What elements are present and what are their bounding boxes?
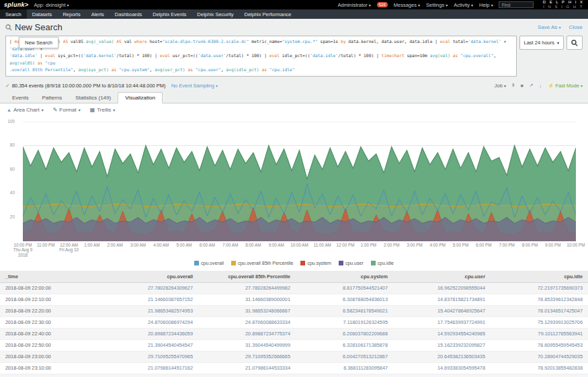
cell-value[interactable]: 21.83190971666858 (198, 374, 296, 377)
cell-value[interactable]: 79.10112765563941 (491, 328, 588, 339)
tab-events[interactable]: Events (5, 93, 35, 103)
export-icon[interactable]: ↓ (540, 83, 542, 88)
cell-value[interactable]: 24.87060088633334 (198, 317, 296, 328)
search-query-input[interactable]: | mstats avg(_value) AS val85 avg(_value… (5, 36, 517, 77)
close-button[interactable]: Close (569, 24, 583, 30)
cell-value[interactable]: 27.78028264309627 (101, 282, 198, 294)
nav-item-reports[interactable]: Reports (57, 9, 85, 19)
pause-icon[interactable]: Ⅱ (512, 83, 514, 88)
legend-item-cpu-overall[interactable]: cpu.overall (194, 261, 224, 265)
column-header-cpu-overall[interactable]: cpu.overall (101, 271, 198, 283)
column-header-cpu-idle[interactable]: cpu.idle (491, 271, 588, 283)
search-mode-selector[interactable]: ⚡ Fast Mode ▾ (548, 83, 583, 89)
tab-patterns[interactable]: Patterns (35, 93, 69, 103)
trellis-menu[interactable]: ▦ Trellis ▾ (90, 107, 116, 113)
column-header-cpu-overall-85th-percentile[interactable]: cpu.overall 85th Percentile (198, 271, 296, 283)
event-sampling-dropdown[interactable]: No Event Sampling ▾ (171, 83, 218, 89)
cell-time[interactable]: 2018-08-09 23:20:00 (0, 374, 101, 377)
cell-time[interactable]: 2018-08-09 22:50:00 (0, 339, 101, 351)
column-header-cpu-user[interactable]: cpu.user (393, 271, 491, 283)
topbar-menu-activity[interactable]: Activity ▾ (454, 2, 473, 8)
cell-value[interactable]: 20.645382136503435 (393, 351, 491, 362)
topbar-menu-settings[interactable]: Settings ▾ (426, 2, 448, 8)
cell-value[interactable]: 31.39044540499999 (198, 339, 296, 351)
cell-value[interactable]: 8.817750544521407 (296, 282, 393, 294)
cell-value[interactable]: 29.71095255470965 (101, 351, 198, 362)
legend-item-cpu-system[interactable]: cpu.system (300, 261, 331, 265)
cell-time[interactable]: 2018-08-09 22:40:00 (0, 328, 101, 339)
cell-value[interactable]: 6.577733984433094 (296, 374, 393, 377)
cell-value[interactable]: 20.89887234436059 (101, 328, 198, 339)
cell-value[interactable]: 15.254175104396989 (393, 374, 491, 377)
cell-value[interactable]: 78.92013855482838 (491, 362, 588, 374)
cell-value[interactable]: 7.118019126324595 (296, 317, 393, 328)
topbar-menu-administrator[interactable]: Administrator ▾ (337, 2, 370, 8)
cell-value[interactable]: 6.206037802209688 (296, 328, 393, 339)
cell-value[interactable]: 27.78028264499982 (198, 282, 296, 294)
stop-icon[interactable]: ■ (520, 83, 523, 88)
nav-item-search[interactable]: Search (0, 9, 27, 19)
nav-item-delphix-performance[interactable]: Delphix Performance (239, 9, 297, 19)
cell-value[interactable]: 6.368111283095847 (296, 362, 393, 374)
cell-value[interactable]: 21.07986144533334 (198, 362, 296, 374)
legend-item-cpu-idle[interactable]: cpu.idle (371, 261, 394, 265)
cell-value[interactable]: 14.592934554240985 (393, 328, 491, 339)
chart-type-picker[interactable]: ▲ Area Chart ▾ (7, 107, 44, 113)
cell-value[interactable]: 21.14660387657152 (101, 294, 198, 305)
cell-value[interactable]: 15.162339232095827 (393, 339, 491, 351)
cell-value[interactable]: 14.693383054595478 (393, 362, 491, 374)
cell-value[interactable]: 16.962522098555044 (393, 282, 491, 294)
cell-value[interactable]: 6.582346178549021 (296, 305, 393, 317)
save-as-button[interactable]: Save As ▾ (538, 24, 561, 30)
cell-time[interactable]: 2018-08-09 22:20:00 (0, 305, 101, 317)
cell-time[interactable]: 2018-08-09 23:00:00 (0, 351, 101, 362)
search-nav-dropdown-item[interactable]: New Search (19, 37, 58, 48)
nav-item-delphix-events[interactable]: Delphix Events (147, 9, 192, 19)
column-header-cpu-system[interactable]: cpu.system (296, 271, 393, 283)
cell-value[interactable]: 31.14660389000001 (198, 294, 296, 305)
cell-time[interactable]: 2018-08-09 22:00:00 (0, 282, 101, 294)
cell-value[interactable]: 6.308788054836013 (296, 294, 393, 305)
share-icon[interactable]: ↗ (530, 83, 534, 88)
cell-value[interactable]: 21.98653482574953 (101, 305, 198, 317)
cell-value[interactable]: 20.89887234775374 (198, 328, 296, 339)
cell-value[interactable]: 78.85339612342848 (491, 294, 588, 305)
cell-value[interactable]: 78.01346517425047 (491, 305, 588, 317)
format-menu[interactable]: ✎ Format ▾ (53, 107, 81, 113)
tab-statistics-149[interactable]: Statistics (149) (69, 93, 118, 103)
cell-value[interactable]: 24.87060086974294 (101, 317, 198, 328)
cell-value[interactable]: 78.60955459545453 (491, 339, 588, 351)
cell-value[interactable]: 14.837815821734891 (393, 294, 491, 305)
nav-item-datasets[interactable]: Datasets (27, 9, 58, 19)
cell-value[interactable]: 21.07986144517162 (101, 362, 198, 374)
job-menu[interactable]: Job ▾ (495, 83, 506, 89)
nav-item-dashboards[interactable]: Dashboards (110, 9, 147, 19)
cell-value[interactable]: 31.98653248066667 (198, 305, 296, 317)
legend-item-cpu-user[interactable]: cpu.user (339, 261, 364, 265)
cell-value[interactable]: 21.39044540454547 (101, 339, 198, 351)
app-menu[interactable]: App: dxinsight ▾ (34, 2, 69, 8)
area-chart[interactable] (23, 122, 576, 241)
cell-time[interactable]: 2018-08-09 23:10:00 (0, 362, 101, 374)
tab-visualization[interactable]: Visualization (118, 92, 163, 103)
cell-time[interactable]: 2018-08-09 22:10:00 (0, 294, 101, 305)
nav-item-delphix-security[interactable]: Delphix Security (192, 9, 239, 19)
search-button[interactable] (566, 36, 583, 50)
column-header-time[interactable]: _time (0, 271, 101, 283)
topbar-menu-messages[interactable]: Messages ▾ (394, 2, 420, 8)
cell-value[interactable]: 29.71095352666665 (198, 351, 296, 362)
cell-value[interactable]: 21.83190979692848 (101, 374, 198, 377)
cell-value[interactable]: 75.12939913025706 (491, 317, 588, 328)
cell-value[interactable]: 78.16809020307152 (491, 374, 588, 377)
splunk-logo[interactable]: splunk> (4, 1, 28, 8)
cell-value[interactable]: 6.004270513212867 (296, 351, 393, 362)
topbar-menu-help[interactable]: Help ▾ (479, 2, 493, 8)
cell-value[interactable]: 6.328106171385878 (296, 339, 393, 351)
legend-item-cpu-overall-85th-percentile[interactable]: cpu.overall 85th Percentile (231, 261, 294, 265)
cell-value[interactable]: 72.21971735690373 (491, 282, 588, 294)
cell-value[interactable]: 70.28904744529035 (491, 351, 588, 362)
cell-value[interactable]: 17.754639937724991 (393, 317, 491, 328)
time-range-picker[interactable]: Last 24 hours ▾ (519, 36, 564, 50)
cell-value[interactable]: 15.404278648925647 (393, 305, 491, 317)
find-input[interactable]: Find (499, 1, 534, 8)
